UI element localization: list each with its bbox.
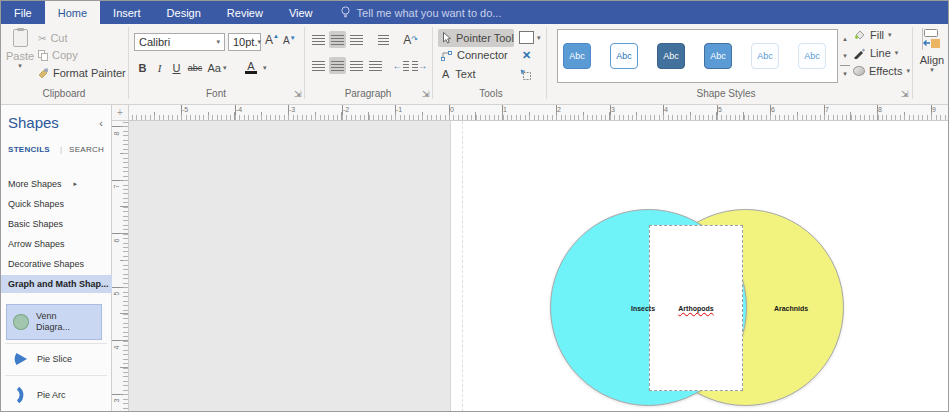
tab-home[interactable]: Home	[45, 1, 100, 24]
bold-button[interactable]: B	[134, 59, 151, 76]
shape-style-swatch[interactable]: Abc	[657, 43, 685, 69]
venn-label-right: Arachnids	[756, 304, 826, 313]
change-case-button[interactable]: Aa▾	[205, 59, 229, 76]
tools-group-label: Tools	[446, 88, 536, 99]
tab-insert[interactable]: Insert	[100, 1, 154, 24]
collapse-panel-icon[interactable]: ‹	[99, 117, 103, 129]
grow-font-button[interactable]: A▲	[265, 33, 279, 47]
align-middle-button[interactable]	[329, 31, 346, 48]
group-separator	[432, 27, 433, 99]
tab-design[interactable]: Design	[154, 1, 214, 24]
vertical-ruler[interactable]: 8 7 6 5 4 3	[112, 121, 129, 412]
align-left-button[interactable]	[310, 57, 327, 74]
fill-button[interactable]: Fill ▾	[853, 29, 892, 41]
vruler-number: 3	[113, 399, 120, 403]
drawing-page[interactable]: Insects Arthopods Arachnids	[450, 121, 949, 412]
text-tool-button[interactable]: A Text	[438, 68, 476, 80]
font-family-select[interactable]: Calibri ▾	[134, 33, 225, 51]
connection-point-button[interactable]: ✕	[522, 49, 531, 62]
change-case-dropdown-icon: ▾	[223, 64, 227, 72]
hruler-number: -1	[396, 106, 402, 113]
hruler-number: 8	[878, 106, 882, 113]
shrink-font-button[interactable]: A▼	[283, 35, 296, 46]
scissors-icon: ✂	[38, 33, 46, 44]
master-pie-arc[interactable]: Pie Arc	[6, 383, 106, 407]
rectangle-tool-button[interactable]: ▾	[519, 31, 541, 44]
copy-button[interactable]: Copy	[38, 49, 78, 61]
venn-label-middle[interactable]: Arthopods	[661, 304, 731, 313]
increase-indent-button[interactable]: →	[411, 57, 428, 74]
tab-search[interactable]: SEARCH	[69, 145, 104, 154]
free-transform-button[interactable]	[520, 68, 533, 86]
connector-button[interactable]: Connector	[438, 49, 508, 61]
effects-dropdown-icon: ▾	[906, 67, 910, 75]
align-right-icon	[350, 61, 363, 71]
shape-styles-dialog-launcher[interactable]: ⇲	[901, 90, 909, 98]
shape-style-swatch[interactable]: Abc	[704, 43, 732, 69]
stencil-graph-math-shapes[interactable]: Graph and Math Shap...	[1, 275, 112, 293]
font-color-button[interactable]: A	[239, 59, 263, 76]
stencil-basic-shapes[interactable]: Basic Shapes	[1, 215, 112, 233]
pointer-tool-button[interactable]: Pointer Tool	[438, 29, 514, 47]
lightbulb-icon	[340, 6, 351, 19]
clipboard-icon	[13, 29, 28, 47]
justify-icon	[369, 61, 382, 71]
group-separator	[304, 27, 305, 99]
ribbon-tab-bar: File Home Insert Design Review View Tell…	[1, 1, 948, 24]
shape-style-swatch[interactable]: Abc	[798, 43, 826, 69]
horizontal-ruler[interactable]: -5 -4 -3 -2 -1 0 1 2 3 4 5 6 7 8 9	[129, 105, 949, 121]
shape-style-swatch[interactable]: Abc	[751, 43, 779, 69]
tab-file[interactable]: File	[1, 1, 45, 24]
bullets-button[interactable]	[375, 31, 392, 48]
stencil-more-shapes[interactable]: More Shapes ▸	[1, 175, 112, 193]
paragraph-group-label: Paragraph	[323, 88, 413, 99]
decrease-indent-button[interactable]: ←	[392, 57, 409, 74]
align-button[interactable]: Align ▾	[916, 28, 948, 94]
tab-review[interactable]: Review	[214, 1, 276, 24]
vruler-number: 7	[113, 185, 120, 189]
font-color-dropdown-icon[interactable]: ▾	[263, 64, 267, 72]
align-center-icon	[331, 61, 344, 71]
shape-style-swatch[interactable]: Abc	[610, 43, 638, 69]
pie-slice-icon	[12, 350, 30, 368]
tab-stencils[interactable]: STENCILS	[8, 145, 50, 154]
hruler-number: 5	[718, 106, 722, 113]
align-top-button[interactable]	[310, 31, 327, 48]
italic-button[interactable]: I	[151, 59, 168, 76]
stencil-arrow-shapes[interactable]: Arrow Shapes	[1, 235, 112, 253]
tell-me-box[interactable]: Tell me what you want to do...	[340, 1, 502, 24]
drawing-canvas[interactable]: Insects Arthopods Arachnids	[129, 121, 949, 412]
justify-button[interactable]	[367, 57, 384, 74]
gallery-scroll-down-button[interactable]: ▾	[840, 48, 850, 64]
shape-style-swatch[interactable]: Abc	[563, 43, 591, 69]
strikethrough-button[interactable]: abc	[185, 59, 205, 76]
gallery-more-icon: ▾	[843, 70, 847, 78]
vruler-number: 8	[113, 132, 120, 136]
underline-button[interactable]: U	[168, 59, 185, 76]
paste-dropdown-icon[interactable]: ▾	[5, 62, 35, 70]
cut-button[interactable]: ✂ Cut	[38, 32, 68, 44]
effects-button[interactable]: Effects ▾	[853, 65, 910, 77]
stencil-decorative-shapes[interactable]: Decorative Shapes	[1, 255, 112, 273]
master-pie-slice[interactable]: Pie Slice	[6, 347, 106, 371]
line-button[interactable]: Line ▾	[853, 47, 898, 59]
align-bottom-button[interactable]	[348, 31, 365, 48]
font-size-dropdown-icon: ▾	[257, 38, 261, 46]
gallery-scroll-up-button[interactable]: ▴	[840, 31, 850, 47]
font-size-select[interactable]: 10pt. ▾	[228, 33, 261, 51]
align-right-button[interactable]	[348, 57, 365, 74]
hruler-number: -3	[289, 106, 295, 113]
tab-view[interactable]: View	[276, 1, 326, 24]
rotate-text-button[interactable]: A↷	[402, 31, 419, 48]
paragraph-dialog-launcher[interactable]: ⇲	[422, 90, 430, 98]
rectangle-tool-dropdown-icon: ▾	[537, 34, 541, 42]
master-venn-diagram[interactable]: Venn Diagra...	[6, 304, 102, 340]
group-separator	[546, 27, 547, 99]
font-dialog-launcher[interactable]: ⇲	[294, 90, 302, 98]
paste-button[interactable]: Paste ▾	[5, 27, 35, 83]
format-painter-button[interactable]: Format Painter	[38, 67, 126, 79]
align-icon	[921, 28, 943, 50]
align-center-button[interactable]	[329, 57, 346, 74]
stencil-quick-shapes[interactable]: Quick Shapes	[1, 195, 112, 213]
gallery-more-button[interactable]: ▾	[840, 65, 850, 81]
